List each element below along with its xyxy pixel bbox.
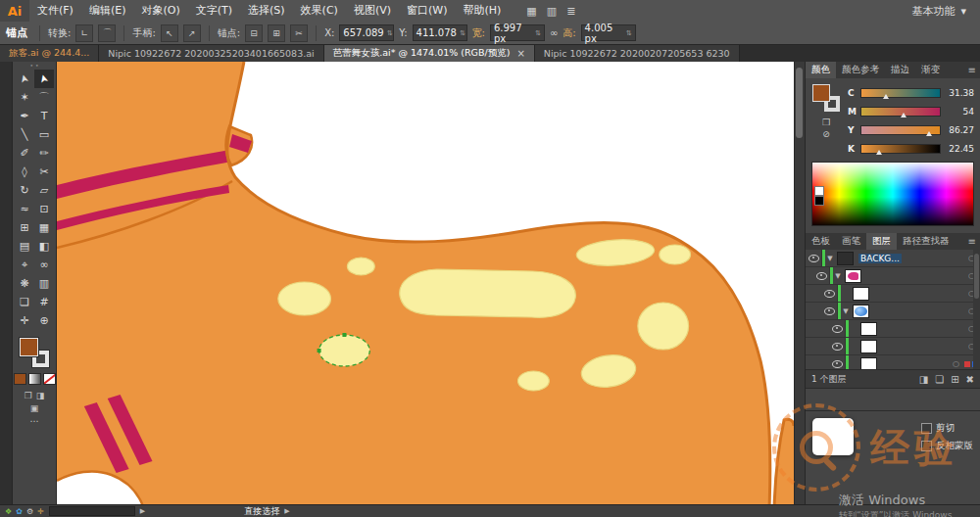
menu-item-type[interactable]: 文字(T) bbox=[188, 0, 240, 22]
anchor-point[interactable] bbox=[318, 349, 321, 352]
black-swatch[interactable] bbox=[814, 196, 824, 206]
cut-path-button[interactable]: ✂ bbox=[290, 24, 308, 42]
direct-selection-tool[interactable]: ➤ bbox=[34, 70, 54, 88]
delete-layer-icon[interactable]: ✖ bbox=[966, 374, 974, 385]
eyedropper-tool[interactable]: ⌖ bbox=[15, 256, 34, 274]
slice-tool[interactable]: # bbox=[34, 293, 54, 311]
draw-normal-icon[interactable]: ❐ bbox=[24, 391, 32, 400]
spinner-icon[interactable]: ⇅ bbox=[535, 29, 541, 37]
scissors-tool[interactable]: ✂ bbox=[34, 163, 54, 181]
expand-icon[interactable]: ▼ bbox=[841, 307, 851, 315]
width-field[interactable]: 6.997 px⇅ bbox=[490, 24, 545, 41]
type-tool[interactable]: T bbox=[34, 107, 54, 125]
free-transform-tool[interactable]: ⊡ bbox=[34, 200, 54, 218]
more-tools-icon[interactable]: ⋯ bbox=[30, 416, 39, 426]
width-tool[interactable]: ≈ bbox=[15, 200, 34, 218]
slider-handle[interactable] bbox=[876, 150, 882, 155]
layer-row[interactable]: ○ bbox=[806, 320, 980, 338]
fill-swatch[interactable] bbox=[20, 338, 38, 356]
panel-fill-stroke[interactable] bbox=[812, 84, 840, 112]
tab-brushes[interactable]: 画笔 bbox=[836, 233, 866, 250]
tray-icon-1[interactable]: ❖ bbox=[5, 507, 12, 516]
hide-handles-button[interactable]: ↗ bbox=[183, 24, 201, 42]
spot[interactable] bbox=[660, 245, 691, 264]
visibility-toggle[interactable] bbox=[829, 320, 846, 337]
tray-icon-4[interactable]: ✛ bbox=[37, 507, 44, 516]
document-tab-1[interactable]: 旅客.ai @ 244.4... bbox=[0, 45, 99, 62]
layer-thumbnail[interactable] bbox=[853, 305, 869, 318]
magic-wand-tool[interactable]: ✶ bbox=[15, 88, 34, 107]
spot[interactable] bbox=[638, 303, 689, 350]
column-graph-tool[interactable]: ▥ bbox=[34, 274, 54, 293]
none-button[interactable] bbox=[43, 373, 56, 385]
layer-row[interactable]: ▼ ○ bbox=[806, 303, 980, 320]
channel-k-value[interactable]: 22.45 bbox=[945, 144, 974, 154]
shape-builder-tool[interactable]: ⊞ bbox=[15, 218, 34, 237]
visibility-toggle[interactable] bbox=[829, 355, 846, 369]
scale-tool[interactable]: ▱ bbox=[34, 181, 54, 200]
3d-cube-icon[interactable]: ❒ bbox=[822, 118, 830, 127]
blend-tool[interactable]: ∞ bbox=[34, 256, 54, 274]
document-layout-icon[interactable]: ≣ bbox=[566, 5, 575, 18]
layer-row[interactable]: ○ bbox=[806, 285, 980, 303]
layer-thumbnail[interactable] bbox=[860, 322, 877, 336]
spot[interactable] bbox=[347, 258, 374, 275]
new-sublayer-icon[interactable]: ❏ bbox=[935, 374, 944, 385]
zoom-field[interactable] bbox=[49, 506, 135, 516]
new-layer-icon[interactable]: ⊞ bbox=[951, 374, 958, 385]
panel-menu-icon[interactable]: ≡ bbox=[964, 62, 980, 78]
arrange-documents-icon[interactable]: ▦ bbox=[526, 5, 536, 18]
spinner-icon[interactable]: ⇅ bbox=[387, 29, 393, 37]
canvas[interactable] bbox=[57, 62, 794, 505]
spot-large[interactable] bbox=[400, 269, 576, 317]
artboard-tool[interactable]: ❏ bbox=[15, 293, 34, 311]
channel-k-slider[interactable] bbox=[860, 144, 941, 154]
layers-scrollbar[interactable] bbox=[973, 250, 980, 369]
layer-row[interactable]: ▼ BACKG... ○ bbox=[806, 250, 980, 267]
lasso-tool[interactable]: ⌒ bbox=[34, 88, 54, 107]
layer-row[interactable]: ○ bbox=[806, 338, 980, 355]
invert-mask-option[interactable]: 反相蒙版 bbox=[921, 440, 973, 452]
menu-item-window[interactable]: 窗口(W) bbox=[399, 0, 455, 22]
menu-item-help[interactable]: 帮助(H) bbox=[455, 0, 509, 22]
layer-thumbnail[interactable] bbox=[837, 252, 854, 265]
channel-c-value[interactable]: 31.38 bbox=[945, 88, 974, 98]
channel-m-value[interactable]: 54 bbox=[945, 107, 974, 117]
document-tab-3-active[interactable]: 芭蕾舞女孩.ai* @ 1474.01% (RGB/预览) × bbox=[324, 45, 535, 62]
color-spectrum[interactable] bbox=[811, 162, 974, 226]
slider-handle[interactable] bbox=[901, 113, 906, 118]
layer-thumbnail[interactable] bbox=[845, 269, 861, 283]
tab-swatches[interactable]: 色板 bbox=[806, 233, 836, 250]
make-mask-icon[interactable]: ◨ bbox=[919, 374, 928, 385]
menu-item-file[interactable]: 文件(F) bbox=[29, 0, 81, 22]
menu-item-edit[interactable]: 编辑(E) bbox=[81, 0, 134, 22]
panel-grip[interactable]: • • bbox=[30, 62, 39, 70]
tab-color-guide[interactable]: 颜色参考 bbox=[836, 62, 885, 78]
eraser-tool[interactable]: ◊ bbox=[15, 163, 34, 181]
visibility-toggle[interactable] bbox=[813, 267, 830, 284]
screen-mode-icon[interactable]: ▣ bbox=[30, 403, 39, 413]
document-tab-4[interactable]: Nipic 10922672 20200207205653 6230 bbox=[535, 45, 740, 62]
layer-row[interactable]: ▼ ○ bbox=[806, 267, 980, 285]
layer-thumbnail[interactable] bbox=[860, 340, 877, 353]
slider-handle[interactable] bbox=[926, 131, 932, 136]
menu-item-select[interactable]: 选择(S) bbox=[240, 0, 293, 22]
vertical-scrollbar[interactable] bbox=[794, 62, 805, 505]
rotate-tool[interactable]: ↻ bbox=[15, 181, 34, 200]
invert-mask-checkbox[interactable] bbox=[921, 441, 932, 451]
anchor-point[interactable] bbox=[342, 333, 346, 337]
layer-thumbnail[interactable] bbox=[860, 357, 877, 370]
artwork-thumbnail[interactable] bbox=[812, 418, 854, 455]
white-swatch[interactable] bbox=[814, 186, 824, 196]
height-field[interactable]: 4.005 px⇅ bbox=[581, 24, 636, 41]
tab-layers[interactable]: 图层 bbox=[866, 233, 897, 250]
spinner-icon[interactable]: ⇅ bbox=[460, 29, 466, 37]
none-swatch-icon[interactable]: ⊘ bbox=[822, 129, 830, 139]
menu-item-effect[interactable]: 效果(C) bbox=[293, 0, 346, 22]
panel-menu-icon[interactable]: ≡ bbox=[964, 233, 980, 250]
clip-checkbox[interactable] bbox=[921, 423, 932, 434]
layer-name[interactable]: BACKG... bbox=[858, 254, 902, 263]
add-anchor-button[interactable]: ⊞ bbox=[268, 24, 285, 42]
selection-tool[interactable]: ➤ bbox=[15, 70, 34, 88]
spot[interactable] bbox=[517, 371, 549, 391]
